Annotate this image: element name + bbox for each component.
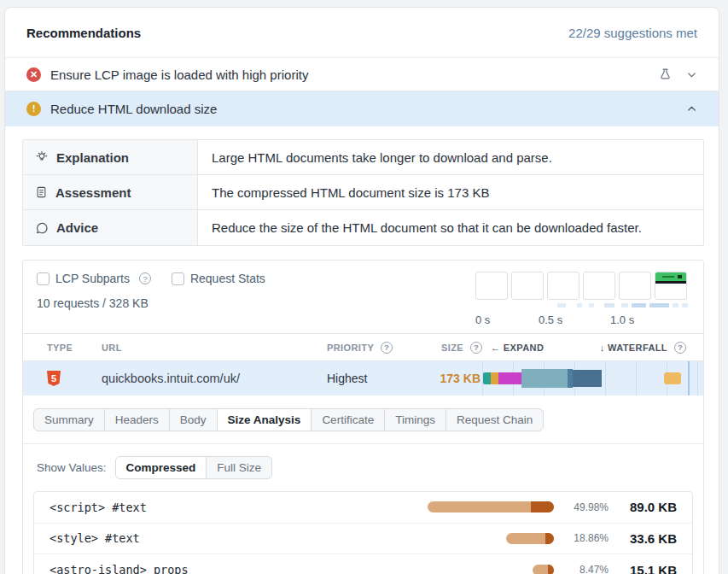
toggle-compressed[interactable]: Compressed bbox=[116, 457, 207, 478]
checkbox-icon[interactable] bbox=[172, 272, 184, 285]
requests-summary: 10 requests / 328 KB bbox=[37, 296, 265, 310]
explanation-table: Explanation Large HTML documents take lo… bbox=[22, 139, 704, 246]
row-text: Reduce the size of the HTML document so … bbox=[198, 210, 703, 245]
tab-certificate[interactable]: Certificate bbox=[312, 409, 385, 430]
suggestions-met-count: 22/29 suggestions met bbox=[568, 26, 697, 40]
table-row-explanation: Explanation Large HTML documents take lo… bbox=[23, 140, 703, 175]
help-icon[interactable]: ? bbox=[139, 272, 151, 284]
document-icon bbox=[35, 185, 48, 199]
filmstrip-thumbnail[interactable] bbox=[475, 272, 508, 300]
column-priority: PRIORITY ? bbox=[327, 342, 421, 354]
size-bar bbox=[533, 565, 554, 574]
timeline-labels: 0 s 0.5 s 1.0 s bbox=[475, 313, 689, 327]
row-label: Assessment bbox=[55, 185, 131, 200]
fail-icon: ✕ bbox=[26, 67, 41, 82]
filmstrip: 0 s 0.5 s 1.0 s bbox=[475, 272, 689, 326]
request-stats-checkbox[interactable]: Request Stats bbox=[172, 272, 265, 285]
page-title: Recommendations bbox=[26, 26, 141, 40]
waterfall-deferred-bar bbox=[664, 372, 681, 384]
table-row-advice: Advice Reduce the size of the HTML docum… bbox=[23, 210, 703, 245]
lightbulb-icon bbox=[35, 150, 49, 164]
chevron-up-icon[interactable] bbox=[686, 103, 697, 114]
table-row-assessment: Assessment The compressed HTML document … bbox=[23, 175, 703, 210]
size-percent: 49.98% bbox=[568, 501, 609, 513]
filmstrip-thumbnail[interactable] bbox=[547, 272, 579, 300]
size-percent: 8.47% bbox=[568, 564, 609, 574]
column-type: TYPE bbox=[47, 343, 102, 353]
checkbox-icon[interactable] bbox=[37, 272, 50, 285]
expand-button[interactable]: ← EXPAND bbox=[491, 343, 544, 353]
size-row-style[interactable]: <style> #text 18.86% 33.6 KB bbox=[34, 524, 692, 555]
card-header: Recommendations 22/29 suggestions met bbox=[5, 8, 719, 58]
filmstrip-thumbnail[interactable] bbox=[511, 272, 544, 300]
recommendations-card: Recommendations 22/29 suggestions met ✕ … bbox=[4, 7, 719, 574]
row-label: Advice bbox=[56, 220, 98, 235]
show-values-control: Show Values: Compressed Full Size bbox=[23, 444, 703, 489]
request-row[interactable]: 5 quickbooks.intuit.com/uk/ Highest 173 … bbox=[23, 361, 703, 395]
size-row-script[interactable]: <script> #text 49.98% 89.0 KB bbox=[34, 492, 692, 524]
size-bar bbox=[506, 533, 554, 544]
filmstrip-thumbnail-rendered[interactable] bbox=[655, 272, 687, 300]
html5-file-icon: 5 bbox=[47, 371, 61, 386]
row-text: The compressed HTML document size is 173… bbox=[198, 175, 703, 209]
suggestion-row-html-size[interactable]: ! Reduce HTML download size bbox=[5, 91, 719, 126]
show-values-label: Show Values: bbox=[37, 461, 107, 474]
size-row-astro-island[interactable]: <astro-island> props 8.47% 15.1 KB bbox=[34, 554, 692, 574]
request-table-header: TYPE URL PRIORITY ? SIZE ? ← EXPAND ↓ WA… bbox=[23, 333, 703, 361]
tab-size-analysis[interactable]: Size Analysis bbox=[218, 409, 312, 430]
column-url: URL bbox=[102, 343, 327, 353]
suggestion-label: Ensure LCP image is loaded with high pri… bbox=[50, 67, 649, 82]
tab-request-chain[interactable]: Request Chain bbox=[446, 409, 543, 430]
size-bar bbox=[428, 501, 554, 512]
size-percent: 18.86% bbox=[568, 532, 609, 544]
suggestion-detail: Explanation Large HTML documents take lo… bbox=[5, 126, 719, 574]
chevron-down-icon[interactable] bbox=[686, 69, 697, 80]
load-event-marker bbox=[688, 361, 690, 395]
row-text: Large HTML documents take longer to down… bbox=[198, 140, 703, 174]
waterfall-bars bbox=[483, 361, 602, 395]
column-size: SIZE ? bbox=[421, 342, 482, 354]
suggestion-label: Reduce HTML download size bbox=[50, 102, 677, 116]
waterfall-strip bbox=[482, 361, 703, 395]
timeline-ticks bbox=[475, 302, 689, 309]
request-priority: Highest bbox=[327, 372, 421, 385]
filmstrip-thumbnail[interactable] bbox=[619, 272, 651, 300]
size-analysis-list: <script> #text 49.98% 89.0 KB <style> #t… bbox=[33, 491, 693, 574]
warning-icon: ! bbox=[26, 102, 41, 116]
help-icon[interactable]: ? bbox=[381, 342, 393, 354]
requests-panel-top: LCP Subparts ? Request Stats 10 requests… bbox=[23, 261, 703, 333]
size-value: 33.6 KB bbox=[622, 531, 677, 546]
tab-timings[interactable]: Timings bbox=[385, 409, 446, 430]
waterfall-sort-button[interactable]: ↓ WATERFALL ? bbox=[600, 342, 686, 354]
requests-panel: LCP Subparts ? Request Stats 10 requests… bbox=[22, 260, 704, 574]
toggle-full-size[interactable]: Full Size bbox=[207, 457, 271, 478]
experiment-flask-icon[interactable] bbox=[658, 67, 673, 82]
request-detail-tabs: Summary Headers Body Size Analysis Certi… bbox=[23, 395, 703, 444]
size-value: 15.1 KB bbox=[622, 563, 677, 574]
suggestion-row-lcp-priority[interactable]: ✕ Ensure LCP image is loaded with high p… bbox=[5, 58, 719, 91]
lcp-subparts-checkbox[interactable]: LCP Subparts ? bbox=[37, 272, 151, 285]
help-icon[interactable]: ? bbox=[674, 342, 686, 354]
help-icon[interactable]: ? bbox=[470, 342, 482, 354]
tab-summary[interactable]: Summary bbox=[34, 409, 105, 430]
tab-body[interactable]: Body bbox=[170, 409, 218, 430]
size-value: 89.0 KB bbox=[622, 500, 677, 514]
comment-icon bbox=[35, 221, 49, 235]
request-url: quickbooks.intuit.com/uk/ bbox=[102, 372, 327, 385]
filmstrip-thumbnail[interactable] bbox=[583, 272, 615, 300]
row-label: Explanation bbox=[56, 150, 129, 165]
tab-headers[interactable]: Headers bbox=[105, 409, 170, 430]
request-size: 173 KB bbox=[421, 372, 482, 385]
